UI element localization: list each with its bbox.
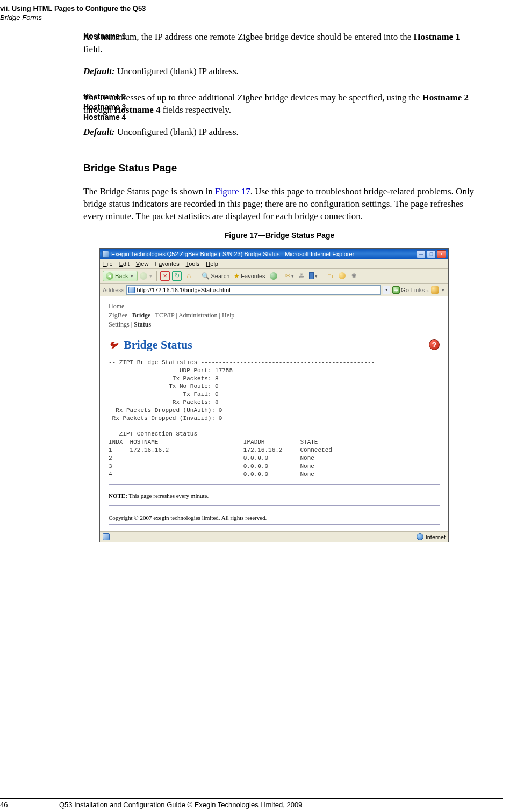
refresh-note: NOTE: This page refreshes every minute.: [109, 492, 440, 499]
toolbar: ◄ Back ▾ ▾ ✕ ↻ ⌂ 🔍Search ★Favorites ✉▾: [100, 269, 448, 284]
go-label: Go: [401, 287, 409, 293]
forward-icon: [140, 272, 147, 280]
page-number: 46: [0, 801, 21, 809]
nav-text: Settings |: [109, 321, 134, 328]
hostname234-label: Hostname 2 Hostname 3 Hostname 4: [83, 92, 164, 122]
refresh-button[interactable]: ↻: [172, 271, 182, 281]
running-header: vii. Using HTML Pages to Configure the Q…: [0, 4, 146, 23]
separator: [322, 271, 322, 281]
help-icon[interactable]: ?: [429, 339, 440, 350]
search-label: Search: [211, 273, 229, 279]
window-titlebar: Exegin Technologies Q52 ZigBee Bridge ( …: [100, 249, 448, 259]
label-row: Hostname 4: [83, 112, 164, 122]
ie-status-icon: [103, 533, 110, 540]
address-bar: Address http://172.16.16.1/bridgeStatus.…: [100, 284, 448, 296]
default-text: Unconfigured (blank) IP address.: [115, 127, 239, 137]
browser-window: Exegin Technologies Q52 ZigBee Bridge ( …: [99, 248, 449, 542]
back-label: Back: [115, 273, 128, 279]
separator: [156, 271, 157, 281]
default-label: Default:: [83, 66, 115, 76]
figure-caption: Figure 17—Bridge Status Page: [83, 231, 476, 240]
chevron-down-icon: ▾: [290, 273, 295, 279]
text-span: fields respectively.: [161, 105, 232, 115]
ie-page-icon: [128, 287, 135, 293]
menu-edit[interactable]: Edit: [119, 260, 130, 267]
favorites-button[interactable]: ★Favorites: [233, 271, 266, 281]
nav-text: | TCP/IP | Administration | Help: [150, 311, 234, 319]
svg-point-0: [112, 343, 113, 344]
divider: [109, 354, 440, 354]
back-icon: ◄: [106, 272, 113, 280]
chevron-down-icon: ▾: [441, 287, 446, 293]
menu-file[interactable]: File: [103, 260, 113, 267]
section-subtitle: Bridge Forms: [0, 13, 146, 23]
folder-button[interactable]: 🗀: [326, 271, 335, 281]
stop-button[interactable]: ✕: [160, 271, 170, 281]
back-dropdown-icon: ▾: [130, 273, 134, 279]
note-label: NOTE:: [109, 492, 127, 499]
default-text: Unconfigured (blank) IP address.: [115, 66, 239, 76]
figure-link: Figure 17: [215, 186, 250, 197]
text-span: The Bridge Status page is shown in: [83, 186, 215, 197]
bridge-status-paragraph: The Bridge Status page is shown in Figur…: [83, 186, 476, 223]
minimize-button[interactable]: —: [417, 250, 426, 258]
menu-tools[interactable]: Tools: [186, 260, 200, 267]
links-label[interactable]: Links »: [411, 287, 429, 293]
menubar: File Edit View Favorites Tools Help: [100, 259, 448, 269]
separator: [282, 271, 282, 281]
mail-button[interactable]: ✉▾: [285, 271, 295, 281]
url-input[interactable]: http://172.16.16.1/bridgeStatus.html: [126, 285, 381, 295]
close-button[interactable]: ×: [437, 250, 446, 258]
page-title-row: Bridge Status ?: [109, 338, 440, 352]
page-footer: 46 Q53 Installation and Configuration Gu…: [0, 798, 503, 809]
history-button[interactable]: [269, 271, 278, 281]
copyright: Copyright © 2007 exegin technologies lim…: [109, 514, 440, 521]
bold-span: Hostname 2: [422, 92, 469, 103]
divider: [109, 505, 440, 506]
messenger-button[interactable]: [338, 271, 347, 281]
forward-dropdown-icon: ▾: [148, 273, 153, 279]
home-button[interactable]: ⌂: [184, 271, 193, 281]
footer-text: Q53 Installation and Configuration Guide…: [21, 801, 503, 809]
forward-button[interactable]: ▾: [140, 272, 153, 280]
menu-help[interactable]: Help: [206, 260, 218, 267]
go-icon: ➔: [392, 286, 400, 294]
divider: [109, 484, 440, 485]
maximize-button[interactable]: □: [427, 250, 436, 258]
ie-icon: [102, 251, 109, 258]
separator: [197, 271, 197, 281]
norton-icon[interactable]: [431, 286, 439, 294]
chevron-down-icon: ▾: [314, 273, 319, 279]
url-text: http://172.16.16.1/bridgeStatus.html: [137, 287, 378, 293]
window-title: Exegin Technologies Q52 ZigBee Bridge ( …: [111, 251, 354, 257]
bridge-stats-output: -- ZIPT Bridge Statistics --------------…: [109, 359, 440, 479]
back-button[interactable]: ◄ Back ▾: [103, 271, 138, 281]
hostname1-label: Hostname 1: [83, 31, 164, 41]
figure-17: Exegin Technologies Q52 ZigBee Bridge ( …: [99, 248, 476, 542]
menu-view[interactable]: View: [136, 260, 149, 267]
url-dropdown[interactable]: ▾: [383, 286, 390, 294]
edit-button[interactable]: ▾: [309, 271, 319, 281]
status-bar: Internet: [100, 531, 448, 542]
bold-span: Hostname 1: [414, 32, 460, 42]
search-button[interactable]: 🔍Search: [200, 271, 231, 281]
nav-home[interactable]: Home: [109, 302, 440, 311]
nav-bridge: Bridge: [132, 311, 151, 319]
favorites-label: Favorites: [241, 273, 265, 279]
misc-button[interactable]: ❀: [349, 271, 359, 281]
divider: [109, 524, 440, 525]
window-controls: — □ ×: [417, 250, 446, 258]
menu-favorites[interactable]: Favorites: [155, 260, 179, 267]
internet-zone-icon: [417, 533, 423, 540]
address-label: Address: [103, 287, 124, 293]
nav-text: ZigBee |: [109, 311, 132, 319]
label-row: Hostname 3: [83, 102, 164, 112]
nav-status: Status: [134, 321, 151, 328]
print-button[interactable]: 🖶: [297, 271, 307, 281]
go-button[interactable]: ➔ Go: [392, 286, 409, 294]
text-span: field.: [83, 44, 102, 54]
page-content: Home ZigBee | Bridge | TCP/IP | Administ…: [100, 296, 448, 531]
page-title: Bridge Status: [124, 338, 192, 352]
gecko-icon: [109, 339, 120, 350]
chapter-title: vii. Using HTML Pages to Configure the Q…: [0, 4, 146, 13]
